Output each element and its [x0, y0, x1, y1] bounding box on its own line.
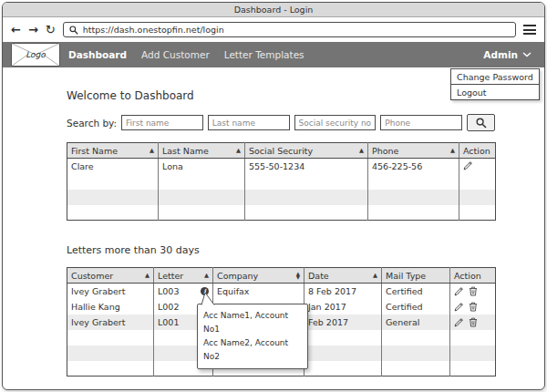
menu-item-logout[interactable]: Logout: [450, 85, 540, 100]
empty-cell: [450, 361, 496, 377]
cell-company: Equifax: [213, 284, 304, 299]
cell-action: [450, 284, 496, 299]
window-title: Dashboard - Login: [234, 5, 314, 15]
cell-last-name: Lona: [159, 159, 245, 174]
url-search-icon: [69, 26, 78, 35]
account-tooltip: Acc Name1, Account No1 Acc Name2, Accoun…: [197, 304, 308, 369]
cell-customer: Ivey Grabert: [67, 284, 154, 299]
cell-customer: Ivey Grabert: [67, 315, 154, 330]
sort-asc-icon: ▲: [150, 147, 154, 154]
cell-first-name: Clare: [67, 159, 159, 174]
nav-dashboard[interactable]: Dashboard: [68, 49, 127, 60]
empty-cell: [304, 346, 382, 361]
col-customer[interactable]: Customer▲: [67, 268, 154, 284]
col-label: First Name: [71, 146, 118, 156]
edit-button[interactable]: [454, 302, 464, 312]
trash-icon: [469, 286, 478, 296]
customers-table: First Name▲ Last Name▲ Social Security▲ …: [67, 142, 496, 221]
empty-cell: [459, 205, 496, 221]
empty-cell: [67, 330, 154, 346]
empty-cell: [245, 205, 368, 221]
empty-cell: [245, 174, 368, 190]
cell-mail-type: General: [382, 315, 450, 330]
col-label: Letter: [158, 271, 183, 281]
sort-asc-icon: ▲: [359, 147, 364, 154]
col-mail-type[interactable]: Mail Type: [382, 268, 450, 284]
empty-cell: [450, 330, 496, 346]
empty-cell: [67, 346, 154, 361]
admin-menu-button[interactable]: Admin: [483, 49, 544, 60]
cell-ssn: 555-50-1234: [245, 159, 368, 174]
sort-both-icon: ▲▼: [296, 272, 300, 280]
nav-letter-templates[interactable]: Letter Templates: [224, 49, 304, 60]
url-bar[interactable]: https://dash.onestopfin.net/login: [63, 22, 516, 37]
delete-button[interactable]: [469, 302, 478, 312]
col-company[interactable]: Company▲▼: [213, 268, 304, 284]
col-label: Social Security: [249, 146, 313, 156]
menu-item-change-password[interactable]: Change Password: [450, 68, 540, 85]
refresh-button[interactable]: ↻: [46, 24, 56, 36]
pencil-icon: [463, 160, 473, 170]
empty-cell: [304, 361, 382, 377]
cell-date: Feb 2017: [304, 315, 382, 330]
empty-cell: [67, 205, 159, 221]
pencil-icon: [454, 317, 464, 327]
empty-cell: [382, 330, 450, 346]
col-action: Action: [450, 268, 496, 284]
empty-cell: [67, 361, 154, 377]
url-text: https://dash.onestopfin.net/login: [83, 25, 224, 35]
pencil-icon: [454, 302, 464, 312]
pencil-icon: [454, 286, 464, 296]
empty-cell: [159, 205, 245, 221]
cell-phone: 456-225-56: [368, 159, 459, 174]
nav-add-customer[interactable]: Add Customer: [141, 49, 210, 60]
empty-cell: [368, 205, 459, 221]
empty-cell: [67, 190, 159, 205]
empty-cell: [382, 361, 450, 377]
col-social-security[interactable]: Social Security▲: [245, 143, 368, 159]
last-name-input[interactable]: [208, 115, 290, 130]
delete-button[interactable]: [469, 317, 478, 327]
letters-section-title: Letters more than 30 days: [67, 244, 544, 256]
empty-cell: [368, 174, 459, 190]
delete-button[interactable]: [469, 286, 478, 296]
edit-button[interactable]: [463, 160, 473, 170]
search-label: Search by:: [67, 118, 117, 129]
empty-row: [67, 205, 496, 221]
browser-toolbar: ← → ↻ https://dash.onestopfin.net/login: [3, 17, 544, 42]
col-action: Action: [459, 143, 496, 159]
window-titlebar: Dashboard - Login: [3, 3, 544, 17]
letter-row: Ivey Grabert L003 i Equifax 8 Feb 2017 C…: [67, 284, 496, 299]
col-first-name[interactable]: First Name▲: [67, 143, 159, 159]
menu-icon[interactable]: [523, 25, 536, 35]
sort-asc-icon: ▲: [373, 272, 377, 279]
tooltip-line-1: Acc Name1, Account No1: [203, 309, 302, 336]
col-letter[interactable]: Letter▲: [154, 268, 213, 284]
sort-asc-icon: ▲: [450, 147, 455, 154]
edit-button[interactable]: [454, 286, 464, 296]
admin-label: Admin: [483, 49, 518, 60]
search-button[interactable]: [467, 114, 495, 131]
sort-asc-icon: ▲: [145, 272, 150, 279]
cell-action: [450, 299, 496, 315]
empty-cell: [159, 174, 245, 190]
col-phone[interactable]: Phone▲: [368, 143, 459, 159]
phone-input[interactable]: [380, 115, 462, 130]
edit-button[interactable]: [454, 317, 464, 327]
ssn-input[interactable]: [294, 115, 377, 130]
cell-mail-type: Certified: [382, 284, 450, 299]
col-date[interactable]: Date▲: [304, 268, 382, 284]
main-nav: Logo Dashboard Add Customer Letter Templ…: [3, 42, 544, 67]
chevron-down-icon: [522, 52, 532, 57]
back-button[interactable]: ←: [11, 24, 21, 36]
col-last-name[interactable]: Last Name▲: [159, 143, 245, 159]
cell-date: 8 Feb 2017: [304, 284, 382, 299]
col-label: Date: [308, 271, 329, 281]
forward-button[interactable]: →: [28, 24, 38, 36]
empty-cell: [459, 190, 496, 205]
first-name-input[interactable]: [121, 115, 203, 130]
sort-asc-icon: ▲: [204, 272, 209, 279]
admin-dropdown: Change Password Logout: [450, 68, 540, 100]
cell-mail-type: Certified: [382, 299, 450, 315]
cell-action: [459, 159, 496, 174]
